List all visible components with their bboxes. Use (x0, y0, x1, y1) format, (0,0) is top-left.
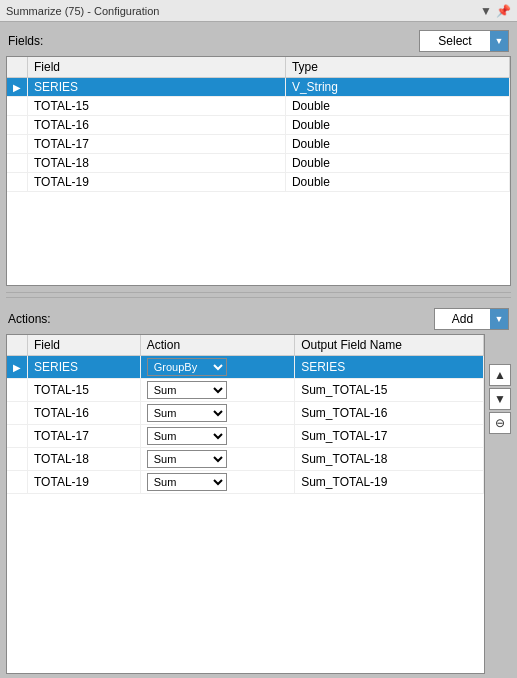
row-type: Double (285, 116, 509, 135)
actions-table-row[interactable]: TOTAL-19 Sum GroupBy Sum Count Min Max A… (7, 471, 484, 494)
fields-table-row[interactable]: ▶ SERIES V_String (7, 78, 510, 97)
col-action-header: Action (140, 335, 294, 356)
add-button[interactable]: Add ▼ (434, 308, 509, 330)
row-arrow: ▶ (7, 78, 28, 97)
actions-table-row[interactable]: ▶ SERIES GroupBy GroupBy Sum Count Min M… (7, 356, 484, 379)
add-button-text: Add (435, 312, 490, 326)
actions-table: Field Action Output Field Name ▶ SERIES … (7, 335, 484, 494)
row-output-field: Sum_TOTAL-17 (295, 425, 484, 448)
row-output-field: Sum_TOTAL-15 (295, 379, 484, 402)
row-field-action: TOTAL-15 (28, 379, 141, 402)
row-field-action: TOTAL-17 (28, 425, 141, 448)
row-arrow (7, 97, 28, 116)
actions-table-header-row: Field Action Output Field Name (7, 335, 484, 356)
row-arrow-action (7, 471, 28, 494)
actions-row-wrap: Field Action Output Field Name ▶ SERIES … (6, 334, 511, 674)
row-type: Double (285, 97, 509, 116)
collapse-icon[interactable]: ▼ (480, 4, 492, 18)
move-down-button[interactable]: ▼ (489, 388, 511, 410)
row-action-cell[interactable]: GroupBy GroupBy Sum Count Min Max Avg (140, 356, 294, 379)
row-output-field: Sum_TOTAL-18 (295, 448, 484, 471)
row-arrow (7, 154, 28, 173)
row-field-action: TOTAL-16 (28, 402, 141, 425)
row-field-action: TOTAL-19 (28, 471, 141, 494)
action-dropdown[interactable]: Sum GroupBy Sum Count Min Max Avg (147, 473, 227, 491)
fields-table-row[interactable]: TOTAL-19 Double (7, 173, 510, 192)
col-arrow-actions (7, 335, 28, 356)
actions-table-row[interactable]: TOTAL-18 Sum GroupBy Sum Count Min Max A… (7, 448, 484, 471)
row-type: Double (285, 173, 509, 192)
action-dropdown[interactable]: Sum GroupBy Sum Count Min Max Avg (147, 450, 227, 468)
title-bar-icons: ▼ 📌 (480, 4, 511, 18)
fields-section: Fields: Select ▼ Field Type ▶ SERIES V_S (6, 26, 511, 286)
select-button[interactable]: Select ▼ (419, 30, 509, 52)
actions-table-container: Field Action Output Field Name ▶ SERIES … (6, 334, 485, 674)
row-arrow-action (7, 402, 28, 425)
fields-table-container: Field Type ▶ SERIES V_String TOTAL-15 Do… (6, 56, 511, 286)
actions-label: Actions: (8, 312, 51, 326)
actions-table-row[interactable]: TOTAL-15 Sum GroupBy Sum Count Min Max A… (7, 379, 484, 402)
col-field-header: Field (28, 57, 286, 78)
row-arrow-action (7, 379, 28, 402)
row-output-field: Sum_TOTAL-16 (295, 402, 484, 425)
row-arrow-action (7, 448, 28, 471)
row-arrow (7, 116, 28, 135)
title-bar-text: Summarize (75) - Configuration (6, 5, 159, 17)
col-field-actions-header: Field (28, 335, 141, 356)
col-arrow (7, 57, 28, 78)
pin-icon[interactable]: 📌 (496, 4, 511, 18)
fields-table: Field Type ▶ SERIES V_String TOTAL-15 Do… (7, 57, 510, 192)
row-field: TOTAL-16 (28, 116, 286, 135)
row-field: TOTAL-15 (28, 97, 286, 116)
action-dropdown[interactable]: Sum GroupBy Sum Count Min Max Avg (147, 427, 227, 445)
main-container: Fields: Select ▼ Field Type ▶ SERIES V_S (0, 22, 517, 678)
row-action-cell[interactable]: Sum GroupBy Sum Count Min Max Avg (140, 448, 294, 471)
row-arrow-action (7, 425, 28, 448)
fields-table-row[interactable]: TOTAL-16 Double (7, 116, 510, 135)
row-type: V_String (285, 78, 509, 97)
section-separator (6, 292, 511, 298)
row-action-cell[interactable]: Sum GroupBy Sum Count Min Max Avg (140, 402, 294, 425)
row-type: Double (285, 135, 509, 154)
fields-table-row[interactable]: TOTAL-18 Double (7, 154, 510, 173)
remove-button[interactable]: ⊖ (489, 412, 511, 434)
row-output-field: SERIES (295, 356, 484, 379)
col-output-header: Output Field Name (295, 335, 484, 356)
row-field-action: SERIES (28, 356, 141, 379)
actions-table-row[interactable]: TOTAL-17 Sum GroupBy Sum Count Min Max A… (7, 425, 484, 448)
row-action-cell[interactable]: Sum GroupBy Sum Count Min Max Avg (140, 471, 294, 494)
fields-table-row[interactable]: TOTAL-17 Double (7, 135, 510, 154)
row-field: TOTAL-18 (28, 154, 286, 173)
row-field-action: TOTAL-18 (28, 448, 141, 471)
row-action-cell[interactable]: Sum GroupBy Sum Count Min Max Avg (140, 425, 294, 448)
select-button-arrow-icon: ▼ (490, 31, 508, 51)
row-field: TOTAL-17 (28, 135, 286, 154)
row-field: SERIES (28, 78, 286, 97)
select-button-text: Select (420, 34, 490, 48)
fields-label: Fields: (8, 34, 43, 48)
row-arrow-action: ▶ (7, 356, 28, 379)
title-bar: Summarize (75) - Configuration ▼ 📌 (0, 0, 517, 22)
row-output-field: Sum_TOTAL-19 (295, 471, 484, 494)
actions-table-row[interactable]: TOTAL-16 Sum GroupBy Sum Count Min Max A… (7, 402, 484, 425)
actions-header: Actions: Add ▼ (6, 304, 511, 334)
row-arrow (7, 135, 28, 154)
fields-table-row[interactable]: TOTAL-15 Double (7, 97, 510, 116)
action-dropdown[interactable]: Sum GroupBy Sum Count Min Max Avg (147, 404, 227, 422)
side-buttons: ▲ ▼ ⊖ (485, 334, 511, 674)
action-dropdown[interactable]: Sum GroupBy Sum Count Min Max Avg (147, 381, 227, 399)
row-field: TOTAL-19 (28, 173, 286, 192)
actions-section: Actions: Add ▼ Field Action Output Field… (6, 304, 511, 674)
row-arrow (7, 173, 28, 192)
fields-table-header-row: Field Type (7, 57, 510, 78)
add-button-arrow-icon: ▼ (490, 309, 508, 329)
col-type-header: Type (285, 57, 509, 78)
fields-header: Fields: Select ▼ (6, 26, 511, 56)
row-action-cell[interactable]: Sum GroupBy Sum Count Min Max Avg (140, 379, 294, 402)
action-dropdown[interactable]: GroupBy GroupBy Sum Count Min Max Avg (147, 358, 227, 376)
move-up-button[interactable]: ▲ (489, 364, 511, 386)
row-type: Double (285, 154, 509, 173)
